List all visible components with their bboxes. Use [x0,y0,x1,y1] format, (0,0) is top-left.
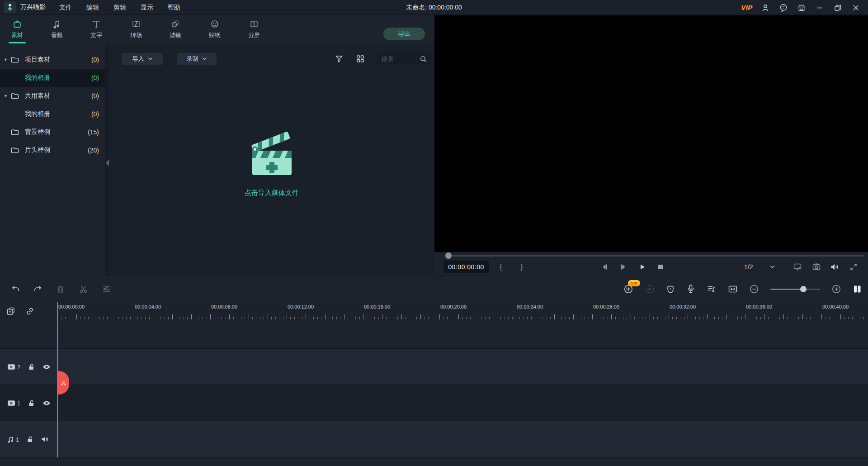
link-icon[interactable] [25,307,34,316]
redo-icon[interactable] [33,285,42,294]
ruler-tick [443,317,443,319]
add-track-icon[interactable] [6,307,15,316]
caret-down-icon[interactable]: ▼ [4,94,8,98]
import-media-dropzone[interactable]: 点击导入媒体文件 [109,128,434,197]
video-track-2[interactable]: 2 [0,349,868,385]
track-id: 1 [7,400,20,407]
volume-icon[interactable] [828,261,841,273]
tab-audio[interactable]: 音频 [42,19,71,43]
lock-icon[interactable] [28,399,35,407]
menu-file[interactable]: 文件 [52,0,79,15]
tab-label: 贴纸 [209,31,221,39]
timeline-ruler[interactable]: 00:00:00:0000:00:04:0000:00:08:0000:00:1… [55,302,868,320]
play-button[interactable] [639,259,646,274]
menu-view[interactable]: 显示 [133,0,160,15]
restore-button[interactable] [831,0,844,15]
display-device-icon[interactable] [791,261,804,273]
tab-text[interactable]: 文字 [82,19,111,43]
ruler-tick [539,317,539,319]
audio-mixer-icon[interactable] [707,285,717,294]
filter-icon[interactable] [335,54,344,63]
ruler-tick [153,314,153,319]
minimize-button[interactable] [813,0,826,15]
mark-in-button[interactable]: { [500,259,502,274]
import-button[interactable]: 导入 [122,53,163,65]
tab-filter[interactable]: 滤镜 [161,19,190,43]
fullscreen-icon[interactable] [847,261,860,273]
eye-icon[interactable] [42,400,51,406]
adjust-icon[interactable] [102,285,111,294]
ruler-tick [115,314,115,319]
grid-view-icon[interactable] [356,54,365,63]
seek-bar[interactable] [434,252,868,259]
stop-button[interactable] [657,259,664,274]
collapse-sidebar-icon[interactable] [106,159,109,166]
preview-panel: 00:00:00:00 { } 1/2 [434,15,868,275]
snapshot-icon[interactable] [810,261,823,273]
mute-icon[interactable] [41,436,49,442]
ruler-label: 00:00:40:00 [822,304,849,309]
marker-icon[interactable] [666,285,675,294]
lock-icon[interactable] [28,363,35,371]
ruler-tick [791,317,791,319]
seek-track[interactable] [448,255,864,257]
sidebar-item-shared-my-album[interactable]: 我的相册 (0) [0,105,105,123]
audio-track-1[interactable]: 1 [0,421,868,457]
video-viewport[interactable] [434,15,868,252]
ruler-tick [287,314,287,319]
ruler-tick [428,317,429,319]
tab-sticker[interactable]: 贴纸 [200,19,229,43]
menu-edit[interactable]: 编辑 [79,0,106,15]
tab-splitscreen[interactable]: 分屏 [240,19,269,43]
timeline-zoom-slider[interactable] [770,286,820,292]
sidebar-item-intro-samples[interactable]: 片头样例 (20) [0,141,105,159]
search-input[interactable] [377,56,420,62]
zoom-out-icon[interactable] [749,284,759,294]
track-id: 2 [7,364,20,371]
zoom-in-icon[interactable] [831,284,841,294]
store-icon[interactable] [795,0,808,15]
playback-quality-select[interactable]: 1/2 [736,261,783,273]
zoom-slider-handle[interactable] [800,286,807,292]
seek-handle[interactable] [445,252,452,259]
panel-layout-icon[interactable] [853,285,862,294]
record-voiceover-icon[interactable] [686,284,695,294]
mark-out-button[interactable]: } [520,259,523,274]
sidebar-item-project-media[interactable]: ▼ 项目素材 (0) [0,51,105,69]
ruler-tick [157,317,157,319]
ruler-tick [604,317,604,319]
next-frame-button[interactable] [620,259,627,274]
tab-media[interactable]: 素材 [3,19,32,43]
video-track-1[interactable]: 1 [0,385,868,421]
track-spacer[interactable] [0,320,868,349]
eye-icon[interactable] [42,364,51,370]
user-icon[interactable] [759,0,772,15]
ruler-tick [741,317,742,319]
auto-ripple-icon[interactable]: VIP [623,284,633,294]
render-preview-icon[interactable] [645,284,655,294]
tab-transition[interactable]: 转场 [122,19,151,43]
delete-icon[interactable] [56,285,65,294]
sidebar-item-background-samples[interactable]: 背景样例 (15) [0,123,105,141]
menu-clip[interactable]: 剪辑 [106,0,133,15]
ruler-tick [470,317,471,319]
sidebar-item-my-album[interactable]: 我的相册 (0) [0,69,105,87]
undo-icon[interactable] [11,285,20,294]
menu-help[interactable]: 帮助 [160,0,188,15]
split-icon[interactable] [79,285,88,294]
ruler-tick [73,317,73,319]
vip-button[interactable]: VIP [741,0,754,15]
ruler-tick [416,317,417,319]
close-button[interactable] [849,0,863,15]
record-button[interactable]: 录制 [177,53,217,65]
search-icon[interactable] [420,55,431,63]
fit-timeline-icon[interactable] [728,285,738,294]
previous-frame-button[interactable] [601,259,608,274]
lock-icon[interactable] [27,436,33,443]
export-button[interactable]: 导出 [383,28,425,40]
feedback-icon[interactable] [777,0,790,15]
sidebar-item-shared-media[interactable]: ▼ 共用素材 (0) [0,87,105,105]
ruler-tick [810,317,811,319]
caret-down-icon[interactable]: ▼ [4,57,8,62]
ruler-tick [382,314,382,319]
